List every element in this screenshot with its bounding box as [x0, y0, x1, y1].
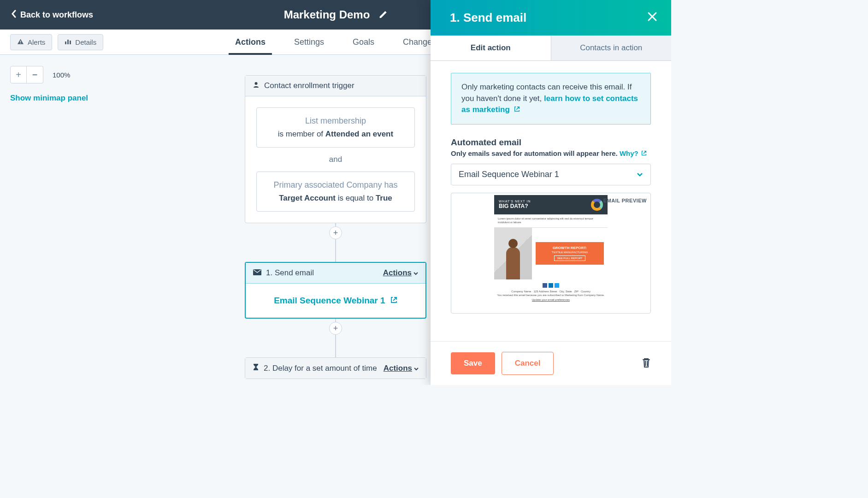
connector — [335, 243, 336, 262]
action-title: 2. Delay for a set amount of time — [264, 364, 379, 373]
tab-goals[interactable]: Goals — [353, 30, 374, 54]
panel-body: Only marketing contacts can receive this… — [431, 61, 671, 341]
page-title: Marketing Demo — [284, 8, 370, 21]
svg-rect-4 — [70, 41, 71, 44]
automated-email-label: Automated email — [451, 137, 651, 148]
panel-header: 1. Send email — [431, 0, 671, 36]
filter-company-target-account[interactable]: Primary associated Company has Target Ac… — [256, 172, 415, 212]
panel-title: 1. Send email — [450, 11, 526, 25]
details-label: Details — [75, 38, 96, 46]
email-strip: Lorem ipsum dolor sit amet consectetur a… — [494, 214, 608, 228]
svg-point-5 — [255, 82, 258, 85]
action-title: 1. Send email — [266, 268, 378, 278]
tab-actions[interactable]: Actions — [235, 30, 266, 54]
side-panel: 1. Send email Edit action Contacts in ac… — [431, 0, 671, 385]
automated-email-select[interactable]: Email Sequence Webinar 1 — [451, 164, 651, 185]
caret-down-icon — [637, 170, 643, 179]
panel-tabs: Edit action Contacts in action — [431, 36, 671, 61]
close-icon[interactable] — [647, 11, 657, 25]
delete-icon[interactable] — [642, 357, 651, 370]
external-link-icon — [641, 149, 647, 157]
svg-rect-3 — [67, 40, 69, 44]
tab-settings[interactable]: Settings — [294, 30, 324, 54]
page-title-group: Marketing Demo — [284, 8, 388, 21]
email-preview-container: EMAIL PREVIEW WHAT'S NEXT IN BIG DATA? L… — [451, 193, 651, 314]
action-card-header: 2. Delay for a set amount of time Action… — [245, 358, 426, 379]
warning-icon — [17, 38, 24, 46]
action-email-link[interactable]: Email Sequence Webinar 1 — [274, 296, 385, 305]
contact-icon — [253, 81, 260, 90]
email-image-block — [494, 228, 532, 279]
panel-tab-edit-action[interactable]: Edit action — [431, 36, 551, 61]
filter-title: List membership — [263, 116, 408, 126]
action-card-send-email[interactable]: 1. Send email Actions Email Sequence Web… — [245, 262, 426, 319]
connector — [335, 338, 336, 357]
trigger-body: List membership is member of Attended an… — [245, 96, 426, 223]
alerts-button[interactable]: Alerts — [10, 34, 52, 50]
bar-chart-icon — [65, 38, 71, 46]
action-card-delay[interactable]: 2. Delay for a set amount of time Action… — [245, 357, 426, 379]
zoom-in-button[interactable]: + — [10, 66, 27, 83]
filter-title: Primary associated Company has — [263, 180, 408, 190]
trigger-title: Contact enrollment trigger — [264, 81, 354, 90]
edit-title-icon[interactable] — [378, 10, 387, 19]
filter-line: is member of Attended an event — [263, 130, 408, 139]
workflow-column: Contact enrollment trigger List membersh… — [245, 75, 426, 379]
svg-rect-0 — [20, 41, 21, 42]
zoom-level: 100% — [53, 71, 70, 79]
nav-tabs: Actions Settings Goals Changes — [235, 30, 436, 54]
svg-rect-1 — [20, 42, 21, 43]
panel-footer: Save Cancel — [431, 341, 671, 385]
caret-down-icon — [414, 364, 419, 373]
chevron-left-icon — [11, 10, 17, 20]
filter-list-membership[interactable]: List membership is member of Attended an… — [256, 107, 415, 148]
external-link-icon — [514, 105, 520, 114]
add-action-button[interactable]: + — [329, 226, 342, 239]
helper-why-link[interactable]: Why? — [620, 149, 647, 157]
connector: + — [335, 319, 336, 338]
filter-and: and — [256, 148, 415, 172]
connector: + — [335, 223, 336, 243]
email-footer: Company Name · 123 Address Street · City… — [494, 279, 608, 306]
zoom-out-button[interactable]: − — [27, 66, 43, 83]
back-to-workflows-link[interactable]: Back to workflows — [11, 10, 93, 20]
marketing-contacts-notice: Only marketing contacts can receive this… — [451, 73, 651, 125]
cancel-button[interactable]: Cancel — [502, 352, 554, 375]
trigger-card-header: Contact enrollment trigger — [245, 76, 426, 96]
action-menu-toggle[interactable]: Actions — [384, 364, 419, 373]
email-icon — [253, 268, 261, 278]
back-label: Back to workflows — [20, 10, 93, 20]
email-preview-badge: EMAIL PREVIEW — [603, 198, 647, 203]
action-menu-toggle[interactable]: Actions — [383, 268, 418, 278]
svg-rect-2 — [65, 42, 66, 44]
save-button[interactable]: Save — [451, 352, 495, 374]
alerts-label: Alerts — [28, 38, 45, 46]
action-card-header: 1. Send email Actions — [246, 263, 425, 284]
donut-chart-icon — [591, 199, 603, 211]
panel-tab-contacts-in-action[interactable]: Contacts in action — [551, 36, 672, 61]
details-button[interactable]: Details — [58, 34, 103, 50]
automated-email-helper: Only emails saved for automation will ap… — [451, 149, 651, 157]
email-preview-thumbnail[interactable]: WHAT'S NEXT IN BIG DATA? Lorem ipsum dol… — [494, 195, 608, 306]
select-value: Email Sequence Webinar 1 — [459, 170, 559, 179]
action-body: Email Sequence Webinar 1 — [246, 284, 425, 318]
hourglass-icon — [253, 363, 259, 373]
email-cta-box: GROWTH REPORT: TEXTILE MANUFACTURING SEE… — [536, 242, 604, 265]
external-link-icon — [390, 296, 397, 305]
trigger-card[interactable]: Contact enrollment trigger List membersh… — [245, 75, 426, 223]
add-action-button[interactable]: + — [329, 322, 342, 335]
caret-down-icon — [413, 268, 418, 278]
filter-line: Target Account is equal to True — [263, 194, 408, 203]
